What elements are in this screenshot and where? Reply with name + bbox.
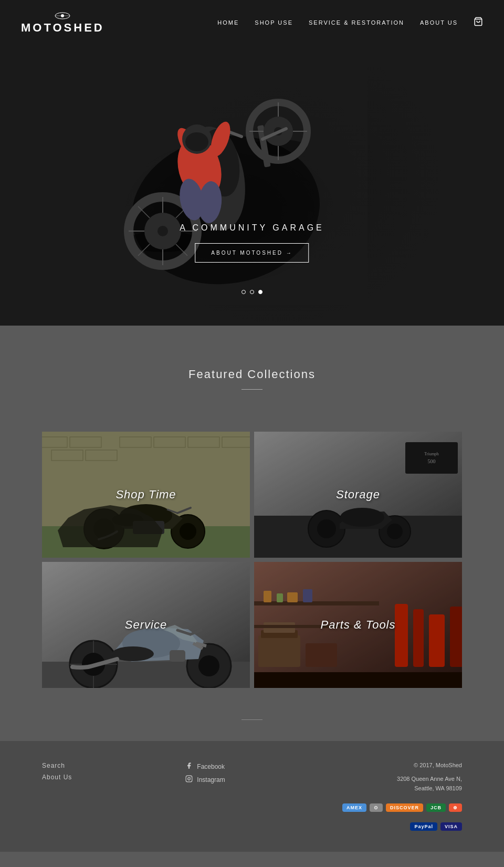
footer-link-search[interactable]: Search	[42, 762, 175, 769]
footer-copyright: © 2017, MotoShed	[329, 762, 462, 768]
footer-link-about[interactable]: About Us	[42, 774, 175, 781]
payment-icons-2: PayPal VISA	[329, 822, 462, 831]
footer-facebook[interactable]: Facebook	[185, 762, 318, 771]
collection-storage[interactable]: Triumph 500 Storage	[254, 432, 462, 558]
collections-grid: Shop Time	[0, 432, 504, 688]
nav-home[interactable]: HOME	[217, 19, 239, 26]
carousel-dots	[242, 290, 262, 294]
footer-right: © 2017, MotoShed 3208 Queen Anne Ave N,S…	[329, 762, 462, 831]
svg-rect-102	[186, 776, 192, 782]
footer-divider	[242, 719, 262, 720]
svg-point-10	[158, 226, 168, 236]
storage-overlay: Storage	[254, 432, 462, 558]
facebook-icon	[185, 762, 193, 771]
logo-text: MOTOSHED	[21, 21, 104, 35]
shop-time-overlay: Shop Time	[42, 432, 250, 558]
collection-service[interactable]: Service	[42, 562, 250, 688]
logo[interactable]: MOTOSHED	[21, 11, 104, 35]
payment-mastercard: ⊕	[449, 803, 462, 812]
parts-tools-overlay: Parts & Tools	[254, 562, 462, 688]
payment-diners: ⊙	[370, 803, 383, 812]
footer: Search About Us Facebook	[0, 741, 504, 852]
svg-point-35	[185, 132, 208, 151]
payment-discover: DISCOVER	[386, 803, 423, 812]
payment-jcb: JCB	[426, 803, 446, 812]
payment-amex: AMEX	[342, 803, 366, 812]
collection-shop-time[interactable]: Shop Time	[42, 432, 250, 558]
instagram-icon	[185, 775, 193, 784]
carousel-dot-1[interactable]	[242, 290, 246, 294]
payment-paypal: PayPal	[410, 822, 437, 831]
cart-icon[interactable]	[474, 17, 483, 28]
payment-icons: AMEX ⊙ DISCOVER JCB ⊕	[329, 803, 462, 812]
nav-shop-use[interactable]: SHOP USE	[255, 19, 293, 26]
hero-cta-button[interactable]: ABOUT MOTOSHED →	[195, 243, 309, 263]
shop-time-label: Shop Time	[116, 488, 176, 502]
svg-point-104	[191, 777, 191, 777]
payment-visa: VISA	[440, 822, 462, 831]
footer-links: Search About Us	[42, 762, 175, 831]
footer-address: 3208 Queen Anne Ave N,Seattle, WA 98109	[329, 775, 462, 793]
parts-tools-label: Parts & Tools	[320, 618, 395, 632]
hero-content: A COMMUNITY GARAGE ABOUT MOTOSHED →	[180, 223, 324, 263]
logo-icon	[52, 11, 73, 21]
carousel-dot-3[interactable]	[258, 290, 262, 294]
service-overlay: Service	[42, 562, 250, 688]
main-nav: HOME SHOP USE SERVICE & RESTORATION ABOU…	[217, 17, 483, 28]
featured-divider	[242, 389, 262, 390]
main-content: Featured Collections	[0, 326, 504, 867]
service-label: Service	[125, 618, 167, 632]
nav-about[interactable]: ABOUT US	[420, 19, 458, 26]
carousel-dot-2[interactable]	[250, 290, 254, 294]
svg-point-103	[188, 778, 191, 780]
footer-inner: Search About Us Facebook	[42, 762, 462, 831]
footer-instagram[interactable]: Instagram	[185, 775, 318, 784]
site-header: MOTOSHED HOME SHOP USE SERVICE & RESTORA…	[0, 0, 504, 45]
hero-title: A COMMUNITY GARAGE	[180, 223, 324, 233]
hero-image	[79, 32, 368, 307]
collection-parts-tools[interactable]: Parts & Tools	[254, 562, 462, 688]
instagram-label: Instagram	[197, 776, 225, 784]
facebook-label: Facebook	[197, 763, 225, 770]
featured-title: Featured Collections	[0, 368, 504, 381]
storage-label: Storage	[336, 488, 380, 502]
featured-section: Featured Collections	[0, 357, 504, 432]
footer-social: Facebook Instagram	[185, 762, 318, 831]
nav-service[interactable]: SERVICE & RESTORATION	[309, 19, 404, 26]
